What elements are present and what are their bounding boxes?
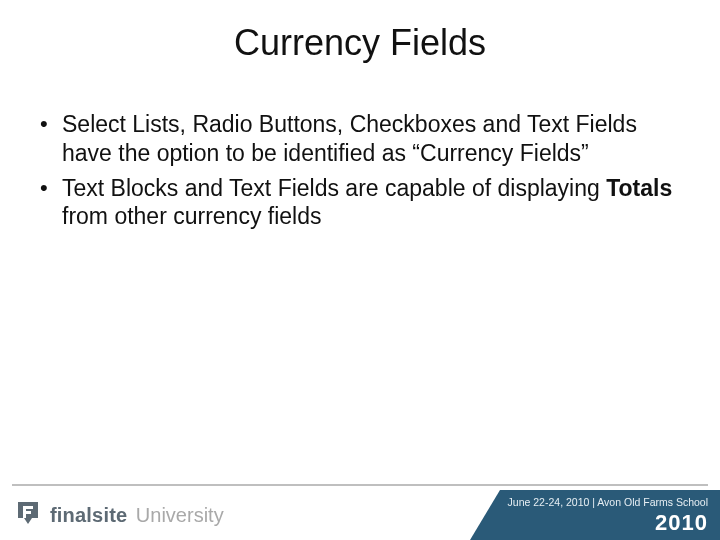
brand-sub: University bbox=[136, 504, 224, 526]
bullet-text: Text Blocks and Text Fields are capable … bbox=[62, 175, 606, 201]
bullet-text: Select Lists, Radio Buttons, Checkboxes … bbox=[62, 111, 637, 166]
footer-right: June 22-24, 2010 | Avon Old Farms School… bbox=[470, 490, 720, 540]
brand-text: finalsite University bbox=[50, 504, 224, 527]
footer-left: finalsite University bbox=[14, 500, 224, 530]
slide-title: Currency Fields bbox=[0, 22, 720, 64]
slide-body: Select Lists, Radio Buttons, Checkboxes … bbox=[38, 110, 680, 237]
bullet-item: Text Blocks and Text Fields are capable … bbox=[38, 174, 680, 232]
event-year: 2010 bbox=[655, 510, 708, 536]
bullet-bold: Totals bbox=[606, 175, 672, 201]
bullet-text-after: from other currency fields bbox=[62, 203, 321, 229]
event-date-venue: June 22-24, 2010 | Avon Old Farms School bbox=[508, 496, 708, 508]
bullet-item: Select Lists, Radio Buttons, Checkboxes … bbox=[38, 110, 680, 168]
bullet-list: Select Lists, Radio Buttons, Checkboxes … bbox=[38, 110, 680, 231]
footer-divider bbox=[12, 484, 708, 486]
finalsite-logo-icon bbox=[14, 500, 42, 530]
slide: Currency Fields Select Lists, Radio Butt… bbox=[0, 0, 720, 540]
footer: finalsite University June 22-24, 2010 | … bbox=[0, 484, 720, 540]
brand-main: finalsite bbox=[50, 504, 127, 526]
